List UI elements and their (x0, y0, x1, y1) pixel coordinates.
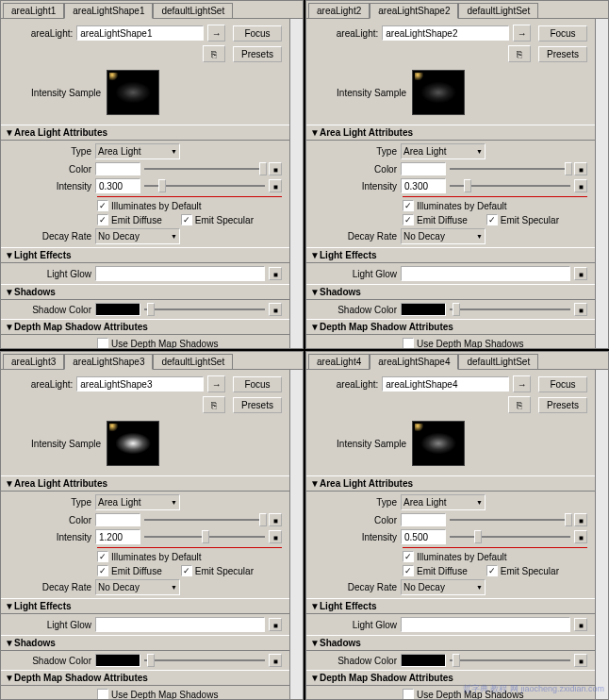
tab-shape[interactable]: areaLightShape3 (64, 354, 153, 370)
tab-node[interactable]: areaLight4 (308, 354, 370, 369)
presets-button[interactable]: Presets (233, 397, 282, 413)
intensity-slider[interactable] (144, 530, 265, 543)
section-depth-map[interactable]: ▼Depth Map Shadow Attributes (1, 671, 289, 686)
intensity-map-button[interactable] (574, 530, 587, 543)
emit-specular-checkbox[interactable] (181, 214, 192, 225)
scrollbar[interactable] (289, 370, 303, 699)
decay-rate-dropdown[interactable]: No Decay (95, 579, 180, 595)
intensity-input[interactable] (95, 529, 140, 544)
section-light-effects[interactable]: ▼Light Effects (306, 248, 595, 263)
go-button[interactable]: → (207, 25, 225, 42)
color-slider[interactable] (450, 513, 570, 526)
type-dropdown[interactable]: Area Light (401, 494, 486, 510)
node-name-input[interactable] (382, 376, 509, 392)
intensity-map-button[interactable] (574, 179, 587, 192)
shadow-color-swatch[interactable] (95, 654, 140, 667)
type-dropdown[interactable]: Area Light (95, 494, 180, 510)
tab-default-light-set[interactable]: defaultLightSet (458, 3, 538, 18)
illuminates-checkbox[interactable] (97, 200, 108, 211)
illuminates-checkbox[interactable] (97, 551, 108, 562)
use-depth-map-checkbox[interactable] (403, 689, 414, 699)
section-light-effects[interactable]: ▼Light Effects (1, 599, 289, 614)
intensity-input[interactable] (401, 178, 446, 193)
light-glow-map-button[interactable] (269, 618, 282, 631)
node-name-input[interactable] (76, 25, 204, 41)
light-glow-input[interactable] (401, 617, 570, 632)
color-map-button[interactable] (574, 162, 587, 175)
color-swatch[interactable] (95, 513, 140, 526)
section-shadows[interactable]: ▼Shadows (1, 636, 289, 651)
light-glow-map-button[interactable] (574, 618, 587, 631)
presets-button[interactable]: Presets (538, 46, 587, 62)
section-area-light-attributes[interactable]: ▼Area Light Attributes (1, 476, 289, 492)
intensity-sample-swatch[interactable] (107, 70, 159, 115)
section-shadows[interactable]: ▼Shadows (1, 285, 289, 300)
tab-shape[interactable]: areaLightShape2 (370, 3, 458, 19)
section-area-light-attributes[interactable]: ▼Area Light Attributes (306, 125, 595, 141)
intensity-map-button[interactable] (269, 179, 282, 192)
intensity-map-button[interactable] (269, 530, 282, 543)
intensity-sample-swatch[interactable] (412, 421, 465, 466)
emit-specular-checkbox[interactable] (181, 565, 192, 576)
type-dropdown[interactable]: Area Light (95, 143, 180, 159)
color-slider[interactable] (144, 513, 265, 526)
tab-node[interactable]: areaLight1 (3, 3, 64, 18)
color-swatch[interactable] (401, 513, 446, 526)
scrollbar[interactable] (595, 370, 608, 699)
load-button[interactable]: ⎘ (203, 45, 225, 62)
light-glow-input[interactable] (95, 266, 265, 281)
illuminates-checkbox[interactable] (403, 551, 414, 562)
decay-rate-dropdown[interactable]: No Decay (401, 228, 486, 244)
emit-diffuse-checkbox[interactable] (403, 214, 414, 225)
focus-button[interactable]: Focus (538, 376, 587, 392)
section-depth-map[interactable]: ▼Depth Map Shadow Attributes (306, 671, 595, 686)
use-depth-map-checkbox[interactable] (403, 338, 414, 348)
illuminates-checkbox[interactable] (403, 200, 414, 211)
decay-rate-dropdown[interactable]: No Decay (95, 228, 180, 244)
section-area-light-attributes[interactable]: ▼Area Light Attributes (306, 476, 595, 492)
shadow-color-slider[interactable] (144, 303, 265, 316)
light-glow-input[interactable] (401, 266, 570, 281)
use-depth-map-checkbox[interactable] (97, 689, 108, 699)
section-depth-map[interactable]: ▼Depth Map Shadow Attributes (306, 320, 595, 335)
decay-rate-dropdown[interactable]: No Decay (401, 579, 486, 595)
intensity-slider[interactable] (144, 179, 265, 192)
scrollbar[interactable] (289, 19, 303, 348)
intensity-slider[interactable] (450, 530, 570, 543)
color-swatch[interactable] (401, 162, 446, 175)
load-button[interactable]: ⎘ (508, 396, 531, 413)
node-name-input[interactable] (382, 25, 509, 41)
section-light-effects[interactable]: ▼Light Effects (1, 248, 289, 263)
shadow-color-swatch[interactable] (401, 303, 446, 316)
shadow-color-map-button[interactable] (574, 303, 587, 316)
section-shadows[interactable]: ▼Shadows (306, 285, 595, 300)
emit-diffuse-checkbox[interactable] (97, 214, 108, 225)
tab-node[interactable]: areaLight2 (308, 3, 370, 18)
light-glow-map-button[interactable] (574, 267, 587, 280)
presets-button[interactable]: Presets (538, 397, 587, 413)
shadow-color-map-button[interactable] (574, 654, 587, 667)
intensity-sample-swatch[interactable] (412, 70, 465, 115)
light-glow-input[interactable] (95, 617, 265, 632)
focus-button[interactable]: Focus (538, 25, 587, 42)
intensity-input[interactable] (95, 178, 140, 193)
shadow-color-slider[interactable] (144, 654, 265, 667)
scrollbar[interactable] (595, 19, 608, 348)
tab-node[interactable]: areaLight3 (3, 354, 64, 369)
focus-button[interactable]: Focus (233, 376, 282, 392)
shadow-color-map-button[interactable] (269, 303, 282, 316)
tab-shape[interactable]: areaLightShape4 (370, 354, 458, 370)
shadow-color-swatch[interactable] (95, 303, 140, 316)
go-button[interactable]: → (207, 375, 225, 392)
section-light-effects[interactable]: ▼Light Effects (306, 599, 595, 614)
color-map-button[interactable] (269, 513, 282, 526)
color-map-button[interactable] (574, 513, 587, 526)
shadow-color-slider[interactable] (450, 303, 570, 316)
emit-specular-checkbox[interactable] (486, 214, 498, 225)
light-glow-map-button[interactable] (269, 267, 282, 280)
go-button[interactable]: → (513, 375, 531, 392)
color-map-button[interactable] (269, 162, 282, 175)
shadow-color-swatch[interactable] (401, 654, 446, 667)
color-slider[interactable] (144, 162, 265, 175)
emit-diffuse-checkbox[interactable] (97, 565, 108, 576)
